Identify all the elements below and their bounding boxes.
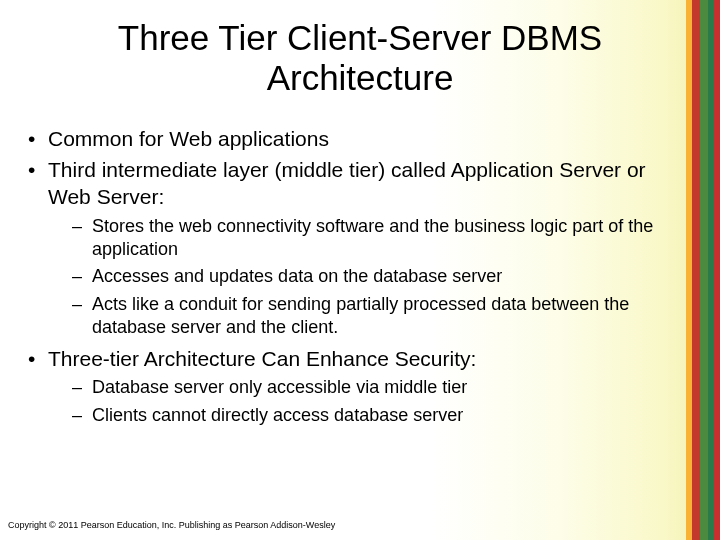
sub-bullet: Stores the web connectivity software and…	[48, 215, 672, 262]
bullet-text: Common for Web applications	[48, 127, 329, 150]
copyright-text: Copyright © 2011 Pearson Education, Inc.…	[8, 520, 335, 530]
decorative-stripes	[686, 0, 720, 540]
bullet-item: Common for Web applications	[24, 126, 672, 153]
sub-bullet: Accesses and updates data on the databas…	[48, 265, 672, 288]
slide-title: Three Tier Client-Server DBMS Architectu…	[60, 18, 660, 99]
sub-bullet: Clients cannot directly access database …	[48, 404, 672, 427]
bullet-item: Third intermediate layer (middle tier) c…	[24, 157, 672, 340]
slide-content: Common for Web applications Third interm…	[24, 126, 672, 433]
bullet-text: Three-tier Architecture Can Enhance Secu…	[48, 347, 476, 370]
bullet-item: Three-tier Architecture Can Enhance Secu…	[24, 346, 672, 428]
bullet-text: Third intermediate layer (middle tier) c…	[48, 158, 646, 208]
sub-bullet: Acts like a conduit for sending partiall…	[48, 293, 672, 340]
slide: Three Tier Client-Server DBMS Architectu…	[0, 0, 720, 540]
sub-bullet: Database server only accessible via midd…	[48, 376, 672, 399]
